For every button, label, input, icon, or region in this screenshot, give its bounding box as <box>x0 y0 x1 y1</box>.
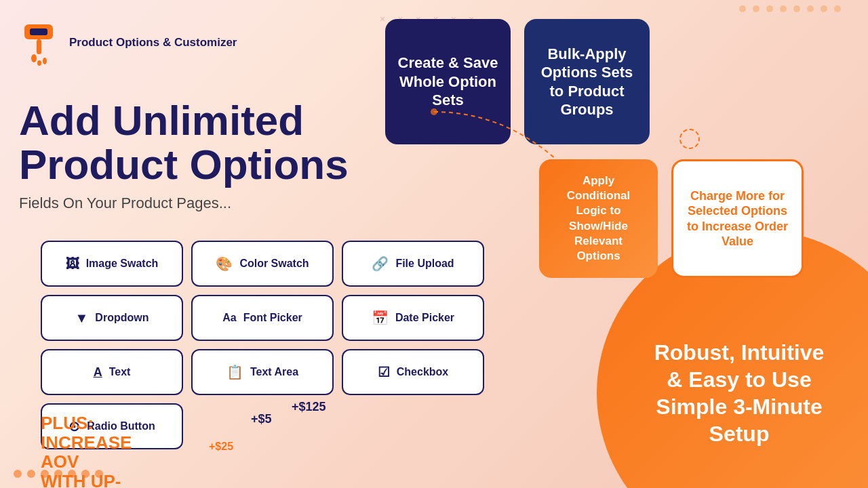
bottom-right-text: Robust, Intuitive & Easy to Use Simple 3… <box>631 339 848 447</box>
option-btn-checkbox[interactable]: ☑ Checkbox <box>342 349 484 395</box>
date-picker-icon: 📅 <box>372 310 389 326</box>
option-btn-text[interactable]: A Text <box>41 349 183 395</box>
feature-card-conditional-logic-label: Apply Conditional Logic to Show/Hide Rel… <box>551 174 646 264</box>
feature-cards-top: Create & Save Whole Option Sets Bulk-App… <box>385 19 650 144</box>
price-tag-2: +$125 <box>292 400 326 414</box>
file-upload-label: File Upload <box>395 258 454 270</box>
date-picker-label: Date Picker <box>395 312 454 324</box>
brand-name: Product Options & Customizer <box>69 35 237 50</box>
color-swatch-icon: 🎨 <box>216 256 233 272</box>
text-area-icon: 📋 <box>226 364 243 380</box>
feature-cards-mid: Apply Conditional Logic to Show/Hide Rel… <box>539 159 804 278</box>
image-swatch-label: Image Swatch <box>86 258 159 270</box>
svg-point-4 <box>43 58 47 64</box>
aov-label: PLUS: INCREASE AOV <box>41 413 132 472</box>
text-label: Text <box>109 366 131 378</box>
logo-icon <box>19 19 60 66</box>
svg-point-5 <box>37 60 41 66</box>
option-btn-text-area[interactable]: 📋 Text Area <box>191 349 334 395</box>
subheading: Fields On Your Product Pages... <box>19 195 349 212</box>
option-btn-dropdown[interactable]: ▼ Dropdown <box>41 295 183 341</box>
text-area-label: Text Area <box>250 366 298 378</box>
logo-text: Product Options & Customizer <box>69 35 237 50</box>
option-btn-file-upload[interactable]: 🔗 File Upload <box>342 241 484 287</box>
color-swatch-label: Color Swatch <box>239 258 309 270</box>
file-upload-icon: 🔗 <box>372 256 389 272</box>
checkbox-label: Checkbox <box>397 366 448 378</box>
svg-rect-2 <box>37 39 41 54</box>
feature-card-charge-more[interactable]: Charge More for Selected Options to Incr… <box>671 159 804 278</box>
text-icon: A <box>94 365 102 380</box>
option-btn-color-swatch[interactable]: 🎨 Color Swatch <box>191 241 334 287</box>
price-tag-3: +$25 <box>209 441 233 453</box>
dropdown-icon: ▼ <box>75 310 89 326</box>
feature-card-conditional-logic[interactable]: Apply Conditional Logic to Show/Hide Rel… <box>539 159 658 278</box>
svg-point-3 <box>31 54 37 62</box>
option-btn-font-picker[interactable]: Aa Font Picker <box>191 295 334 341</box>
circle-text: Robust, Intuitive & Easy to Use Simple 3… <box>631 339 848 447</box>
option-btn-image-swatch[interactable]: 🖼 Image Swatch <box>41 241 183 287</box>
price-tag-1: +$5 <box>251 412 272 426</box>
feature-card-bulk-apply[interactable]: Bulk-Apply Options Sets to Product Group… <box>524 19 650 144</box>
heading: Add Unlimited Product Options <box>19 98 349 186</box>
feature-card-create-save-label: Create & Save Whole Option Sets <box>397 54 498 110</box>
feature-card-create-save[interactable]: Create & Save Whole Option Sets <box>385 19 511 144</box>
checkbox-icon: ☑ <box>378 364 390 380</box>
logo-area: Product Options & Customizer <box>19 19 237 66</box>
dropdown-label: Dropdown <box>95 312 149 324</box>
main-heading: Add Unlimited Product Options Fields On … <box>19 98 349 212</box>
image-swatch-icon: 🖼 <box>66 256 79 272</box>
feature-card-charge-more-label: Charge More for Selected Options to Incr… <box>686 188 789 249</box>
font-picker-icon: Aa <box>222 312 236 324</box>
option-btn-date-picker[interactable]: 📅 Date Picker <box>342 295 484 341</box>
aov-big: WITH UP-CHARGE PRICING! <box>41 472 132 488</box>
svg-rect-1 <box>30 28 47 35</box>
deco-circle-1 <box>679 129 700 149</box>
feature-card-bulk-apply-label: Bulk-Apply Options Sets to Product Group… <box>536 45 637 119</box>
font-picker-label: Font Picker <box>243 312 302 324</box>
bg-dots-top <box>739 5 841 12</box>
